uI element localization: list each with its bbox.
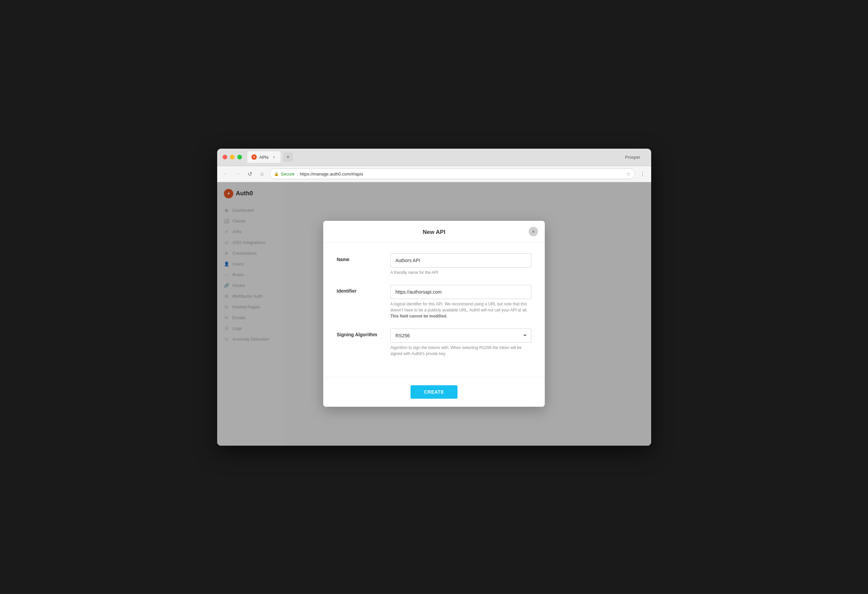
identifier-form-group: Identifier A logical identifier for this…	[337, 285, 531, 319]
bookmark-icon[interactable]: ☆	[626, 171, 631, 177]
name-hint: A friendly name for the API.	[390, 270, 531, 276]
modal-overlay[interactable]: New API × Name A friendly name for the A…	[217, 182, 651, 446]
url-bar[interactable]: 🔒 Secure | https://manage.auth0.com/#/ap…	[270, 168, 635, 179]
tab-close-button[interactable]: ×	[271, 154, 277, 160]
signing-algorithm-field: RS256 HS256 Algorithm to sign the tokens…	[390, 329, 531, 357]
new-api-modal: New API × Name A friendly name for the A…	[323, 221, 545, 407]
home-button[interactable]: ⌂	[257, 169, 267, 178]
identifier-field: A logical identifier for this API. We re…	[390, 285, 531, 319]
select-wrapper: RS256 HS256	[390, 329, 531, 343]
minimize-button[interactable]	[230, 155, 235, 159]
signing-algorithm-label: Signing Algorithm	[337, 329, 390, 337]
active-tab[interactable]: ✦ APIs ×	[247, 151, 280, 163]
tab-bar: ✦ APIs × +	[247, 151, 625, 163]
browser-menu-button[interactable]: ⋮	[638, 169, 647, 178]
create-button[interactable]: CREATE	[410, 385, 458, 399]
signing-algorithm-form-group: Signing Algorithm RS256 HS256 Algorithm …	[337, 329, 531, 357]
traffic-lights	[223, 155, 242, 159]
url-text: https://manage.auth0.com/#/apis	[300, 171, 363, 177]
modal-close-button[interactable]: ×	[528, 227, 538, 236]
main-content: ✦ Auth0 ◉ Dashboard ⬜ Clients ≡ APIs ◎ S…	[217, 182, 651, 446]
tab-favicon: ✦	[251, 154, 257, 160]
secure-icon: 🔒	[274, 171, 279, 176]
secure-label: Secure	[281, 171, 295, 177]
identifier-hint: A logical identifier for this API. We re…	[390, 301, 531, 319]
title-bar: ✦ APIs × + Prosper	[217, 149, 651, 166]
address-bar: ← → ↺ ⌂ 🔒 Secure | https://manage.auth0.…	[217, 166, 651, 182]
maximize-button[interactable]	[237, 155, 242, 159]
window-title: Prosper	[625, 155, 646, 160]
name-field: A friendly name for the API.	[390, 254, 531, 276]
modal-header: New API ×	[323, 221, 545, 243]
refresh-button[interactable]: ↺	[245, 169, 255, 178]
modal-title: New API	[422, 229, 445, 236]
mac-window: ✦ APIs × + Prosper ← → ↺ ⌂ 🔒	[217, 149, 651, 446]
modal-body: Name A friendly name for the API. Identi…	[323, 243, 545, 377]
identifier-label: Identifier	[337, 285, 390, 294]
name-form-group: Name A friendly name for the API.	[337, 254, 531, 276]
url-separator: |	[297, 171, 298, 177]
modal-footer: CREATE	[323, 377, 545, 407]
back-button[interactable]: ←	[221, 169, 230, 178]
new-tab-button[interactable]: +	[283, 152, 293, 162]
name-input[interactable]	[390, 254, 531, 267]
tab-label: APIs	[260, 155, 269, 160]
close-button[interactable]	[223, 155, 227, 159]
signing-algorithm-hint: Algorithm to sign the tokens with. When …	[390, 345, 531, 357]
name-label: Name	[337, 254, 390, 262]
forward-button[interactable]: →	[233, 169, 243, 178]
signing-algorithm-select[interactable]: RS256 HS256	[390, 329, 531, 343]
identifier-input[interactable]	[390, 285, 531, 299]
